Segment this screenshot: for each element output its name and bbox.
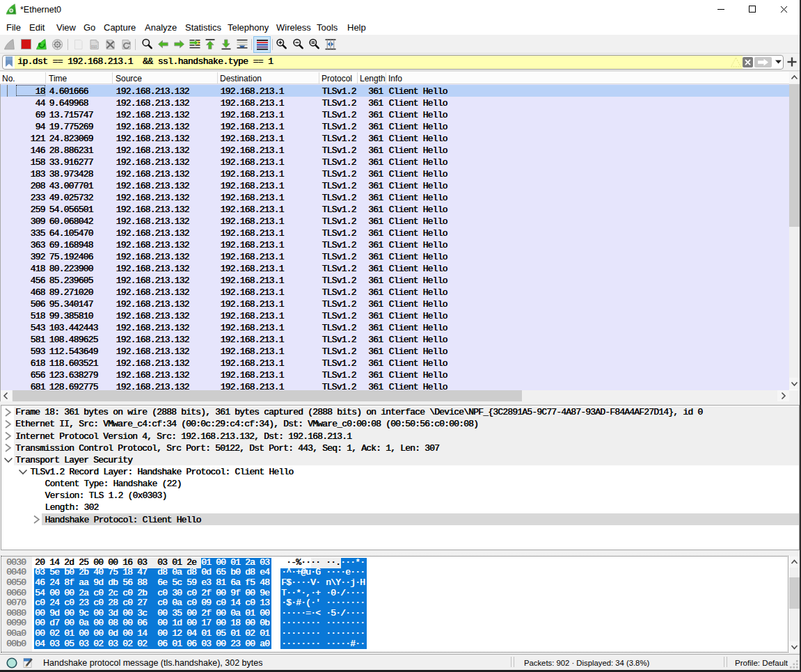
svg-text:010: 010 [91, 45, 97, 49]
